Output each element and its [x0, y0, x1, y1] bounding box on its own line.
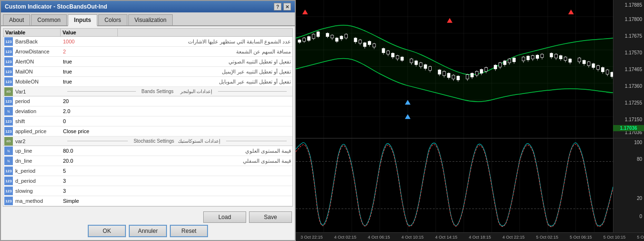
var-desc: تفعيل أو تعطيل التنبيه عبر الإيميل [119, 68, 292, 75]
tab-common[interactable]: Common [31, 14, 67, 25]
var-name: var2 [14, 138, 62, 145]
separator-row: ab var2 إعدادات الستوكاستيك Stochastic S… [3, 136, 292, 146]
main-chart-svg [296, 0, 613, 138]
var-name: d_period [14, 178, 62, 184]
table-row: 123 BarsBack 1000 عدد الشموع السابقة الت… [3, 37, 292, 47]
close-button[interactable]: ✕ [283, 3, 291, 10]
help-button[interactable]: ? [274, 3, 281, 10]
icon-frac: ½ [4, 157, 13, 165]
svg-rect-61 [415, 61, 417, 65]
buttons-area: Load Save OK Annuler Reset [1, 209, 295, 240]
tab-inputs[interactable]: Inputs [68, 14, 97, 26]
var-value[interactable]: 20 [62, 98, 119, 105]
var-desc [119, 121, 292, 122]
svg-rect-87 [485, 68, 488, 72]
var-value[interactable]: 0 [62, 118, 119, 125]
svg-rect-83 [476, 71, 478, 75]
stoch-price-axis: 100 80 20 0 [613, 138, 644, 232]
tabs-bar: About Common Inputs Colors Visualization [1, 12, 295, 26]
svg-rect-127 [597, 66, 600, 70]
var-desc: عدد الشموع السابقة التي ستظهر عليها الاش… [119, 38, 292, 45]
tab-visualization[interactable]: Visualization [128, 14, 173, 25]
load-button[interactable]: Load [203, 211, 246, 223]
icon-123: 123 [4, 47, 13, 56]
var-desc [119, 111, 292, 112]
var-value[interactable]: 20.0 [62, 157, 119, 164]
title-bar: Custom Indicator - StocBandsOut-Ind ? ✕ [1, 1, 295, 12]
dialog-title: Custom Indicator - StocBandsOut-Ind [5, 3, 107, 10]
var-value[interactable]: 80.0 [62, 147, 119, 154]
var-value[interactable]: Close price [62, 128, 119, 135]
time-label: 4 Oct 02:15 [334, 235, 357, 240]
svg-rect-59 [410, 59, 413, 63]
svg-rect-89 [494, 65, 497, 69]
var-desc: قيمة المستوى السفلي [119, 157, 292, 165]
svg-rect-85 [480, 69, 483, 73]
var-name: MailON [14, 68, 62, 75]
var-value[interactable]: 5 [62, 168, 119, 174]
svg-rect-79 [466, 74, 469, 79]
svg-rect-101 [527, 56, 530, 60]
var-value[interactable]: true [62, 68, 119, 75]
svg-rect-65 [424, 65, 427, 69]
price-label: 1.17360 [625, 84, 642, 89]
svg-rect-57 [401, 57, 404, 61]
svg-rect-103 [531, 56, 534, 59]
tab-colors[interactable]: Colors [98, 14, 127, 25]
reset-button[interactable]: Reset [170, 225, 208, 237]
icon-ab: ab [4, 137, 13, 146]
svg-rect-27 [317, 32, 320, 37]
var-desc [119, 190, 292, 191]
save-button[interactable]: Save [249, 211, 292, 223]
ok-button[interactable]: OK [88, 225, 126, 237]
current-price-box: 1.17036 [613, 125, 644, 131]
var-value[interactable]: 2.0 [62, 108, 119, 115]
svg-rect-113 [560, 56, 562, 59]
var-value[interactable]: 1000 [62, 38, 119, 45]
var-value[interactable]: 3 [62, 188, 119, 194]
col-variable-header: Variable [3, 29, 61, 36]
svg-rect-63 [419, 63, 422, 67]
var-desc [119, 200, 292, 201]
var-name: BarsBack [14, 38, 62, 45]
icon-123: 123 [4, 77, 13, 86]
icon-frac: ½ [4, 107, 13, 115]
svg-rect-39 [354, 38, 357, 42]
svg-rect-131 [606, 70, 609, 74]
var-value[interactable]: 3 [62, 178, 119, 184]
svg-rect-119 [578, 58, 581, 62]
tab-about[interactable]: About [3, 14, 30, 25]
table-row: 123 AlertON true تفعيل او تعطيل التنبيه … [3, 57, 292, 67]
svg-rect-107 [540, 54, 543, 58]
var-value[interactable]: Simple [62, 198, 119, 204]
table-row: 123 slowing 3 [3, 186, 292, 196]
time-label: 5 Oct 14:15 [637, 235, 644, 240]
var-name: ArrowDistance [14, 48, 62, 55]
svg-rect-123 [587, 62, 590, 66]
svg-rect-33 [335, 38, 338, 42]
svg-rect-117 [569, 59, 571, 63]
svg-rect-37 [345, 34, 348, 38]
svg-rect-125 [592, 64, 595, 68]
time-label: 4 Oct 14:15 [435, 235, 457, 240]
var-desc: مسافة السهم عن الشمعة [119, 48, 292, 55]
var-name: AlertON [14, 58, 62, 65]
var-value[interactable]: true [62, 58, 119, 65]
var-name: MobileON [14, 78, 62, 85]
var-value[interactable]: true [62, 78, 119, 85]
stoch-chart-svg [296, 138, 613, 232]
var-value[interactable]: 2 [62, 48, 119, 55]
svg-rect-95 [508, 59, 511, 63]
col-value-header: Value [61, 29, 118, 36]
svg-rect-73 [447, 73, 450, 77]
svg-rect-29 [326, 33, 329, 37]
price-label: 1.17675 [625, 33, 642, 39]
svg-rect-31 [331, 35, 333, 38]
table-body[interactable]: 123 BarsBack 1000 عدد الشموع السابقة الت… [3, 37, 293, 207]
svg-rect-35 [340, 36, 343, 39]
svg-rect-71 [443, 71, 446, 75]
svg-rect-53 [391, 53, 394, 57]
time-label: 4 Oct 06:15 [368, 235, 390, 240]
time-label: 4 Oct 22:15 [502, 235, 525, 240]
annuler-button[interactable]: Annuler [129, 225, 167, 237]
